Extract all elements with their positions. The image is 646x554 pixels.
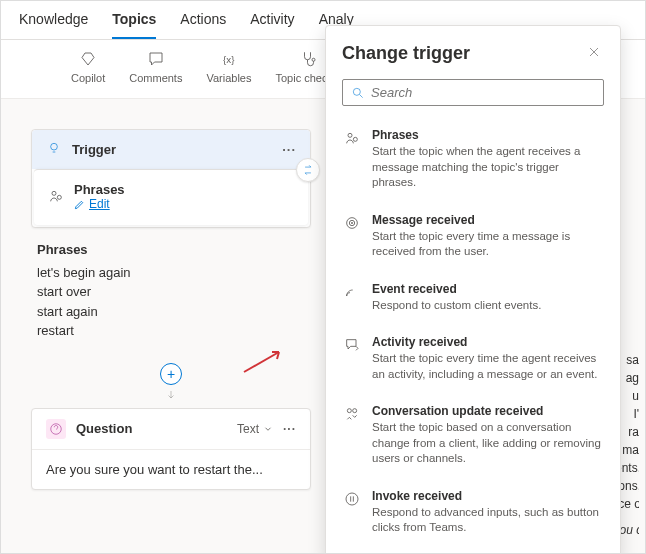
trigger-option-phrases[interactable]: PhrasesStart the topic when the agent re…	[342, 120, 604, 205]
close-panel-button[interactable]	[584, 42, 604, 65]
svg-point-4	[57, 195, 61, 199]
pause-circle-icon	[342, 489, 362, 536]
tool-variables[interactable]: {x} Variables	[206, 50, 251, 84]
svg-point-3	[52, 191, 56, 195]
panel-title: Change trigger	[342, 43, 470, 64]
lightbulb-icon	[46, 140, 62, 159]
people-sync-icon	[342, 404, 362, 467]
svg-point-1	[312, 58, 315, 61]
trigger-card-header: Trigger ···	[32, 130, 310, 169]
tool-label: Copilot	[71, 72, 105, 84]
svg-point-9	[347, 217, 358, 228]
person-chat-icon	[342, 128, 362, 191]
svg-point-8	[353, 137, 357, 141]
svg-point-6	[353, 88, 360, 95]
stethoscope-icon	[300, 50, 318, 68]
tool-label: Comments	[129, 72, 182, 84]
svg-point-7	[348, 133, 352, 137]
svg-text:{x}: {x}	[223, 54, 235, 65]
svg-point-11	[351, 222, 352, 223]
question-more-menu[interactable]: ···	[283, 422, 296, 436]
comment-icon	[147, 50, 165, 68]
change-trigger-button[interactable]	[296, 158, 320, 182]
trigger-search-input[interactable]	[371, 85, 595, 100]
phrase-item: restart	[37, 321, 305, 341]
svg-point-12	[347, 409, 351, 413]
question-card-header: Question Text ···	[32, 409, 310, 450]
node-connector: +	[31, 355, 311, 408]
tab-activity[interactable]: Activity	[250, 11, 294, 39]
question-body-text: Are you sure you want to restart the...	[32, 450, 310, 489]
trigger-search-box[interactable]	[342, 79, 604, 106]
add-node-button[interactable]: +	[160, 363, 182, 385]
person-chat-icon	[48, 188, 64, 207]
question-card-title: Question	[76, 421, 132, 436]
trigger-card-title: Trigger	[72, 142, 116, 157]
trigger-option-event[interactable]: Event receivedRespond to custom client e…	[342, 274, 604, 328]
tab-knowledge[interactable]: Knowledge	[19, 11, 88, 39]
tab-topics[interactable]: Topics	[112, 11, 156, 39]
question-card: Question Text ··· Are you sure you want …	[31, 408, 311, 490]
phrase-item: start over	[37, 282, 305, 302]
tool-comments[interactable]: Comments	[129, 50, 182, 84]
change-trigger-panel: Change trigger PhrasesStart the topic wh…	[325, 25, 621, 554]
phrases-heading: Phrases	[37, 242, 305, 257]
svg-point-10	[349, 220, 354, 225]
copilot-icon	[79, 50, 97, 68]
trigger-option-conversation-update[interactable]: Conversation update receivedStart the to…	[342, 396, 604, 481]
edit-phrases-link[interactable]: Edit	[74, 197, 110, 211]
trigger-phrases-box: Phrases Edit	[34, 169, 308, 225]
arrow-down-icon	[165, 389, 177, 404]
tool-label: Variables	[206, 72, 251, 84]
question-icon	[46, 419, 66, 439]
broadcast-icon	[342, 282, 362, 314]
phrase-item: start again	[37, 302, 305, 322]
trigger-option-invoke[interactable]: Invoke receivedRespond to advanced input…	[342, 481, 604, 550]
svg-point-13	[353, 409, 357, 413]
phrase-item: let's begin again	[37, 263, 305, 283]
phrases-list-section: Phrases let's begin again start over sta…	[31, 228, 311, 355]
svg-point-2	[51, 143, 58, 150]
tab-actions[interactable]: Actions	[180, 11, 226, 39]
tool-copilot[interactable]: Copilot	[71, 50, 105, 84]
trigger-option-message[interactable]: Message receivedStart the topic every ti…	[342, 205, 604, 274]
chat-arrow-icon	[342, 335, 362, 382]
trigger-card: Trigger ··· Phrases Edit	[31, 129, 311, 228]
trigger-option-activity[interactable]: Activity receivedStart the topic every t…	[342, 327, 604, 396]
phrases-title: Phrases	[74, 182, 125, 197]
variables-icon: {x}	[220, 50, 238, 68]
target-icon	[342, 213, 362, 260]
question-type-picker[interactable]: Text	[237, 422, 273, 436]
svg-point-14	[346, 493, 358, 505]
trigger-more-menu[interactable]: ···	[282, 142, 296, 157]
